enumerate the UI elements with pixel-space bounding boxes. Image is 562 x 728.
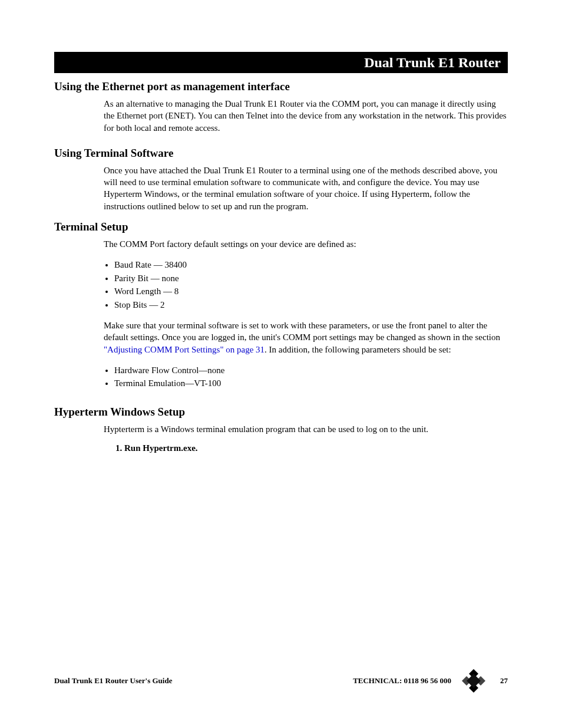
list-item: Hardware Flow Control—none (114, 364, 508, 377)
section-heading-terminal-software: Using Terminal Software (54, 147, 508, 160)
section-heading-terminal-setup: Terminal Setup (54, 220, 508, 233)
svg-marker-4 (467, 674, 481, 688)
bullet-list-default-settings: Baud Rate — 38400 Parity Bit — none Word… (104, 258, 508, 311)
bullet-list-extra-params: Hardware Flow Control—none Terminal Emul… (104, 364, 508, 390)
text-run: Make sure that your terminal software is… (104, 321, 500, 342)
chapter-header-bar: Dual Trunk E1 Router (54, 52, 508, 73)
paragraph: As an alternative to managing the Dual T… (104, 98, 508, 134)
paragraph: The COMM Port factory default settings o… (104, 238, 508, 250)
page-container: Dual Trunk E1 Router Using the Ethernet … (0, 0, 562, 728)
cross-reference-link[interactable]: "Adjusting COMM Port Settings" on page 3… (104, 345, 265, 354)
list-item: Word Length — 8 (114, 285, 508, 298)
paragraph: Once you have attached the Dual Trunk E1… (104, 164, 508, 212)
section-heading-hyperterm-setup: Hyperterm Windows Setup (54, 406, 508, 419)
paragraph: Hypterterm is a Windows terminal emulati… (104, 423, 508, 435)
list-item: Parity Bit — none (114, 272, 508, 285)
chapter-title: Dual Trunk E1 Router (364, 55, 501, 71)
numbered-step: 1. Run Hypertrm.exe. (115, 443, 508, 453)
list-item: Baud Rate — 38400 (114, 258, 508, 272)
footer-guide-title: Dual Trunk E1 Router User's Guide (54, 676, 172, 686)
page-footer: Dual Trunk E1 Router User's Guide TECHNI… (54, 669, 508, 693)
paragraph: Make sure that your terminal software is… (104, 319, 508, 355)
footer-right-group: TECHNICAL: 0118 96 56 000 27 (353, 669, 508, 693)
list-item: Terminal Emulation—VT-100 (114, 377, 508, 390)
section-heading-ethernet-port: Using the Ethernet port as management in… (54, 80, 508, 93)
diamond-logo-icon (462, 669, 485, 693)
text-run: . In addition, the following parameters … (265, 345, 451, 354)
footer-technical-contact: TECHNICAL: 0118 96 56 000 (353, 676, 451, 686)
page-number: 27 (496, 676, 508, 686)
list-item: Stop Bits — 2 (114, 298, 508, 312)
